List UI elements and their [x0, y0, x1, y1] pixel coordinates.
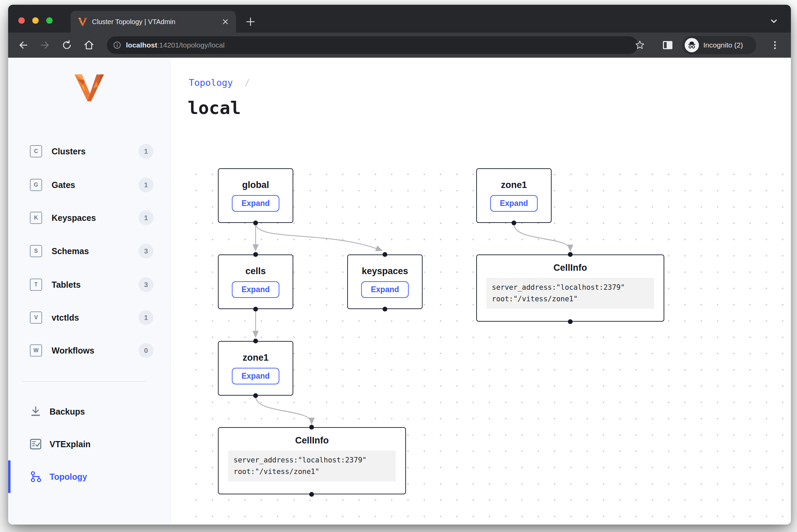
count-badge: 0	[138, 343, 153, 358]
vitess-logo	[74, 74, 105, 101]
reload-button[interactable]	[59, 37, 75, 53]
topology-graph-canvas[interactable]: global Expand zone1 Expand cells Expand …	[183, 163, 791, 525]
edge-global-keyspaces	[256, 224, 382, 250]
clusters-icon: C	[30, 145, 42, 157]
keyspaces-icon: K	[30, 212, 42, 224]
count-badge: 1	[138, 310, 153, 325]
expand-button[interactable]: Expand	[490, 195, 537, 212]
home-button[interactable]	[81, 37, 97, 53]
breadcrumb: Topology /	[189, 77, 250, 88]
forward-arrow-icon	[40, 40, 51, 51]
kebab-menu-icon	[770, 40, 780, 50]
incognito-icon	[687, 40, 697, 50]
profile-chip[interactable]: Incognito (2)	[682, 36, 756, 54]
new-tab-button[interactable]	[243, 14, 258, 29]
node-title: global	[242, 180, 269, 190]
sidebar-item-label: Topology	[50, 472, 87, 482]
node-title: CellInfo	[554, 263, 587, 273]
code-line: server_address:"localhost:2379"	[234, 455, 390, 466]
count-badge: 3	[138, 277, 153, 292]
home-icon	[84, 40, 94, 51]
cellinfo-code-block: server_address:"localhost:2379" root:"/v…	[486, 278, 654, 309]
forward-button[interactable]	[37, 37, 53, 53]
plus-icon	[246, 17, 255, 26]
page-title: local	[188, 98, 241, 118]
expand-button[interactable]: Expand	[232, 281, 279, 298]
sidebar-item-workflows[interactable]: W Workflows 0	[8, 338, 170, 363]
tab-strip: Cluster Topology | VTAdmin	[8, 5, 791, 33]
graph-node-zone1-top: zone1 Expand	[476, 168, 552, 223]
count-badge: 1	[138, 144, 153, 159]
active-item-indicator	[8, 460, 11, 493]
count-badge: 1	[138, 210, 153, 225]
tablets-icon: T	[30, 279, 42, 291]
chevron-down-icon	[768, 15, 780, 27]
sidebar-item-vtexplain[interactable]: VTExplain	[8, 432, 170, 456]
graph-node-global: global Expand	[218, 168, 293, 223]
sidebar-item-keyspaces[interactable]: K Keyspaces 1	[8, 206, 170, 230]
sidebar-item-backups[interactable]: Backups	[8, 399, 170, 424]
sidebar-item-label: VTExplain	[50, 439, 91, 449]
sidebar-item-label: Backups	[50, 407, 85, 417]
reload-icon	[61, 40, 72, 51]
incognito-avatar	[685, 38, 699, 52]
sidebar-item-tablets[interactable]: T Tablets 3	[8, 272, 170, 297]
workflows-icon: W	[30, 344, 42, 357]
back-button[interactable]	[15, 37, 31, 53]
breadcrumb-topology-link[interactable]: Topology	[189, 77, 233, 88]
browser-menu-button[interactable]	[767, 37, 783, 53]
expand-button[interactable]: Expand	[361, 281, 408, 298]
node-title: cells	[245, 266, 266, 277]
breadcrumb-separator: /	[244, 77, 250, 88]
count-badge: 1	[138, 177, 153, 192]
code-line: root:"/vitess/zone1"	[234, 466, 390, 478]
sidebar-item-clusters[interactable]: C Clusters 1	[8, 139, 170, 164]
close-tab-icon[interactable]	[222, 19, 228, 25]
sidebar-item-gates[interactable]: G Gates 1	[8, 173, 170, 197]
side-panel-button[interactable]	[660, 37, 676, 53]
sidebar-item-label: Clusters	[52, 147, 86, 156]
edge-zone1top-cellinfo-right	[514, 224, 570, 250]
site-info-icon[interactable]	[113, 41, 121, 49]
star-icon	[635, 40, 645, 50]
main-panel: Topology / local global Expand zone1 Exp…	[171, 58, 791, 525]
node-title: keyspaces	[362, 266, 408, 277]
sidebar-item-vtctlds[interactable]: V vtctlds 1	[8, 305, 170, 330]
bookmark-button[interactable]	[632, 37, 648, 53]
gates-icon: G	[30, 179, 42, 191]
count-badge: 3	[138, 244, 153, 259]
close-window-button[interactable]	[18, 17, 25, 24]
sidebar-item-schemas[interactable]: S Schemas 3	[8, 239, 170, 263]
side-panel-icon	[663, 41, 673, 50]
browser-tab[interactable]: Cluster Topology | VTAdmin	[71, 11, 236, 33]
maximize-window-button[interactable]	[46, 17, 53, 24]
back-arrow-icon	[18, 40, 29, 51]
topology-icon	[29, 471, 42, 482]
code-line: root:"/vitess/zone1"	[492, 293, 649, 305]
node-title: zone1	[243, 353, 269, 363]
sidebar-item-label: Workflows	[52, 346, 94, 356]
edge-zone1-cellinfo-bottom	[256, 396, 312, 423]
sidebar: C Clusters 1 G Gates 1 K Keyspaces 1 S S…	[8, 58, 171, 525]
graph-node-cells: cells Expand	[218, 254, 293, 309]
browser-toolbar: localhost:14201/topology/local	[8, 33, 791, 58]
page-content: C Clusters 1 G Gates 1 K Keyspaces 1 S S…	[8, 58, 791, 525]
url-host: localhost	[126, 41, 157, 49]
browser-window: Cluster Topology | VTAdmin	[8, 5, 791, 525]
url-text: localhost:14201/topology/local	[126, 41, 225, 49]
graph-node-cellinfo-bottom: CellInfo server_address:"localhost:2379"…	[218, 427, 406, 494]
minimize-window-button[interactable]	[32, 17, 39, 24]
expand-button[interactable]: Expand	[232, 368, 279, 384]
sidebar-item-label: Tablets	[52, 280, 81, 290]
sidebar-item-label: vtctlds	[52, 313, 79, 323]
expand-button[interactable]: Expand	[232, 195, 279, 212]
url-bar[interactable]: localhost:14201/topology/local	[107, 36, 638, 54]
vitess-favicon	[78, 18, 87, 26]
vtexplain-icon	[29, 439, 42, 450]
node-title: CellInfo	[295, 435, 329, 446]
tab-title: Cluster Topology | VTAdmin	[92, 18, 175, 26]
tab-search-button[interactable]	[768, 15, 780, 28]
graph-node-zone1-lower: zone1 Expand	[218, 341, 293, 396]
schemas-icon: S	[30, 245, 42, 257]
sidebar-item-topology[interactable]: Topology	[8, 464, 170, 489]
